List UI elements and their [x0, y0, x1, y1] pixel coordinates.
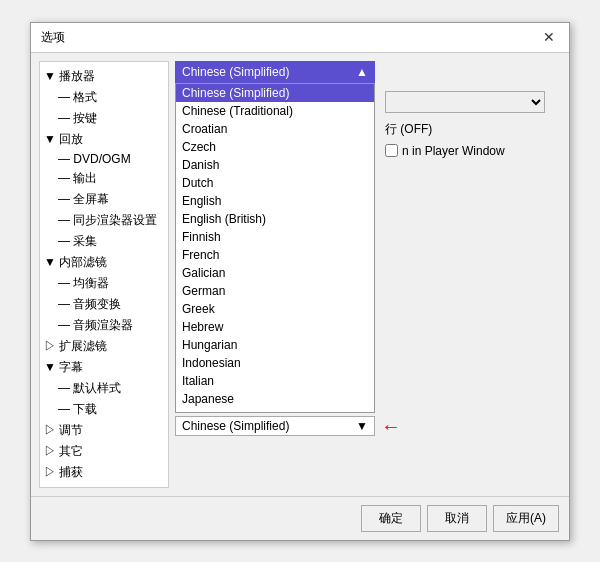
status-text: 行 (OFF)	[385, 121, 561, 138]
tree-item[interactable]: — 同步渲染器设置	[40, 210, 168, 231]
dropdown-list-item[interactable]: Hungarian	[176, 336, 374, 354]
dropdown-list-item[interactable]: Chinese (Simplified)	[176, 84, 374, 102]
dropdown-list-item[interactable]: English	[176, 192, 374, 210]
window-checkbox-row: n in Player Window	[385, 144, 561, 158]
status-select[interactable]	[385, 91, 545, 113]
ok-button[interactable]: 确定	[361, 505, 421, 532]
tree-item[interactable]: — 下载	[40, 399, 168, 420]
tree-item[interactable]: ▼ 内部滤镜	[40, 252, 168, 273]
close-button[interactable]: ✕	[539, 29, 559, 45]
dialog-title: 选项	[41, 29, 65, 46]
tree-item[interactable]: ▷ 调节	[40, 420, 168, 441]
tree-item[interactable]: — 输出	[40, 168, 168, 189]
tree-item[interactable]: — DVD/OGM	[40, 150, 168, 168]
cancel-button[interactable]: 取消	[427, 505, 487, 532]
tree-item[interactable]: — 音频变换	[40, 294, 168, 315]
dropdown-list-item[interactable]: Galician	[176, 264, 374, 282]
dropdown-list-item[interactable]: Italian	[176, 372, 374, 390]
dropdown-list-item[interactable]: Czech	[176, 138, 374, 156]
dropdown-list-item[interactable]: Korean	[176, 408, 374, 413]
dropdown-list-item[interactable]: Finnish	[176, 228, 374, 246]
bottom-selected-label: Chinese (Simplified)	[182, 419, 289, 433]
dropdown-list-item[interactable]: Chinese (Traditional)	[176, 102, 374, 120]
dropdown-list-item[interactable]: Japanese	[176, 390, 374, 408]
window-label: n in Player Window	[402, 144, 505, 158]
bottom-dropdown-icon: ▼	[356, 419, 368, 433]
dropdown-selected[interactable]: Chinese (Simplified) ▲	[175, 61, 375, 83]
status-label-row	[385, 91, 561, 113]
button-bar: 确定 取消 应用(A)	[31, 496, 569, 540]
content-panel: Chinese (Simplified) ▲ Chinese (Simplifi…	[175, 61, 561, 488]
options-dialog: 选项 ✕ ▼ 播放器— 格式— 按键▼ 回放— DVD/OGM— 输出— 全屏幕…	[30, 22, 570, 541]
dropdown-list-item[interactable]: Croatian	[176, 120, 374, 138]
tree-item[interactable]: — 默认样式	[40, 378, 168, 399]
title-bar: 选项 ✕	[31, 23, 569, 53]
dropdown-list[interactable]: Chinese (Simplified)Chinese (Traditional…	[175, 83, 375, 413]
tree-item[interactable]: ▷ 捕获	[40, 462, 168, 483]
apply-button[interactable]: 应用(A)	[493, 505, 559, 532]
dropdown-list-item[interactable]: Greek	[176, 300, 374, 318]
right-labels: 行 (OFF) n in Player Window	[385, 91, 561, 158]
dropdown-list-item[interactable]: French	[176, 246, 374, 264]
dropdown-list-item[interactable]: Indonesian	[176, 354, 374, 372]
tree-item[interactable]: — 采集	[40, 231, 168, 252]
tree-item[interactable]: ▼ 播放器	[40, 66, 168, 87]
tree-item[interactable]: — 全屏幕	[40, 189, 168, 210]
dropdown-list-item[interactable]: English (British)	[176, 210, 374, 228]
dropdown-list-item[interactable]: Danish	[176, 156, 374, 174]
dropdown-selected-label: Chinese (Simplified)	[182, 65, 289, 79]
tree-panel: ▼ 播放器— 格式— 按键▼ 回放— DVD/OGM— 输出— 全屏幕— 同步渲…	[39, 61, 169, 488]
tree-item[interactable]: ▷ 其它	[40, 441, 168, 462]
tree-item[interactable]: ▷ 扩展滤镜	[40, 336, 168, 357]
tree-item[interactable]: ▼ 字幕	[40, 357, 168, 378]
dropdown-arrow-icon: ▲	[356, 65, 368, 79]
dropdown-list-item[interactable]: Hebrew	[176, 318, 374, 336]
dialog-body: ▼ 播放器— 格式— 按键▼ 回放— DVD/OGM— 输出— 全屏幕— 同步渲…	[31, 53, 569, 496]
tree-item[interactable]: ▼ 回放	[40, 129, 168, 150]
language-dropdown-container: Chinese (Simplified) ▲ Chinese (Simplifi…	[175, 61, 375, 413]
red-arrow-icon: ←	[381, 416, 401, 436]
tree-item[interactable]: — 格式	[40, 87, 168, 108]
bottom-selection-row: Chinese (Simplified) ▼ ←	[175, 416, 561, 436]
dropdown-list-item[interactable]: Dutch	[176, 174, 374, 192]
tree-item[interactable]: — 按键	[40, 108, 168, 129]
window-checkbox[interactable]	[385, 144, 398, 157]
dropdown-list-item[interactable]: German	[176, 282, 374, 300]
tree-item[interactable]: — 音频渲染器	[40, 315, 168, 336]
bottom-select-box[interactable]: Chinese (Simplified) ▼	[175, 416, 375, 436]
tree-item[interactable]: — 均衡器	[40, 273, 168, 294]
